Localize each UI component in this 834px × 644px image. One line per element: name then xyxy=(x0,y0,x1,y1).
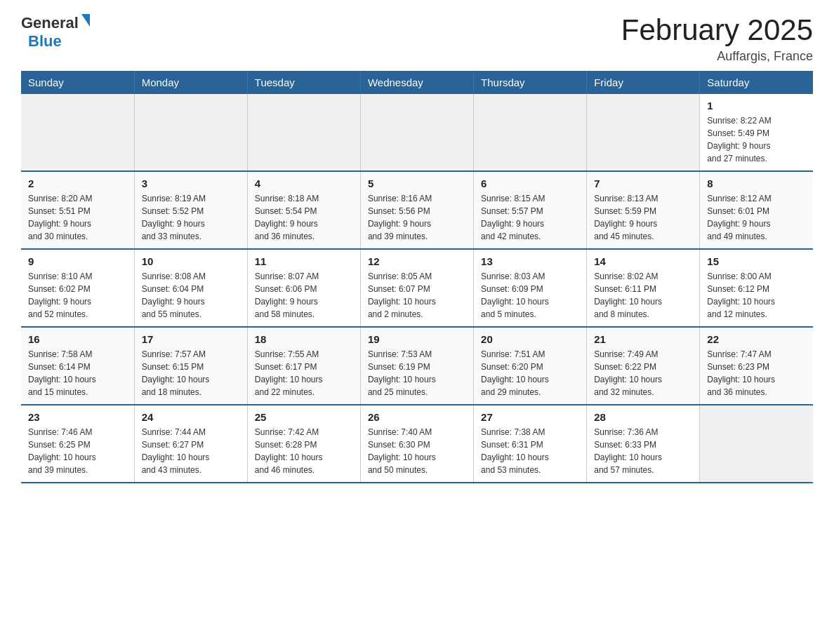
calendar-cell xyxy=(700,405,813,483)
logo-blue-text: Blue xyxy=(28,32,62,51)
calendar-table: Sunday Monday Tuesday Wednesday Thursday… xyxy=(21,71,813,483)
day-number: 18 xyxy=(255,333,353,345)
header-thursday: Thursday xyxy=(474,71,587,94)
calendar-cell: 27Sunrise: 7:38 AMSunset: 6:31 PMDayligh… xyxy=(474,405,587,483)
day-info: Sunrise: 7:36 AMSunset: 6:33 PMDaylight:… xyxy=(594,426,692,476)
calendar-cell xyxy=(587,94,700,171)
calendar-cell: 18Sunrise: 7:55 AMSunset: 6:17 PMDayligh… xyxy=(247,327,360,405)
logo: General Blue xyxy=(21,14,90,51)
day-number: 8 xyxy=(707,177,806,189)
calendar-cell: 8Sunrise: 8:12 AMSunset: 6:01 PMDaylight… xyxy=(700,171,813,249)
day-info: Sunrise: 8:20 AMSunset: 5:51 PMDaylight:… xyxy=(28,192,127,243)
calendar-cell xyxy=(21,94,134,171)
day-number: 3 xyxy=(142,177,240,189)
day-number: 24 xyxy=(142,411,240,423)
calendar-cell: 1Sunrise: 8:22 AMSunset: 5:49 PMDaylight… xyxy=(700,94,813,171)
calendar-body: 1Sunrise: 8:22 AMSunset: 5:49 PMDaylight… xyxy=(21,94,813,483)
day-number: 2 xyxy=(28,177,127,189)
day-number: 4 xyxy=(255,177,353,189)
header-friday: Friday xyxy=(587,71,700,94)
day-number: 10 xyxy=(142,255,240,267)
day-info: Sunrise: 8:15 AMSunset: 5:57 PMDaylight:… xyxy=(481,192,579,243)
calendar-cell: 10Sunrise: 8:08 AMSunset: 6:04 PMDayligh… xyxy=(134,249,247,327)
day-number: 25 xyxy=(255,411,353,423)
calendar-cell: 2Sunrise: 8:20 AMSunset: 5:51 PMDaylight… xyxy=(21,171,134,249)
day-info: Sunrise: 7:40 AMSunset: 6:30 PMDaylight:… xyxy=(368,426,466,476)
day-number: 12 xyxy=(368,255,466,267)
header-sunday: Sunday xyxy=(21,71,134,94)
day-number: 19 xyxy=(368,333,466,345)
day-info: Sunrise: 8:12 AMSunset: 6:01 PMDaylight:… xyxy=(707,192,806,243)
day-number: 1 xyxy=(707,100,806,112)
day-info: Sunrise: 7:58 AMSunset: 6:14 PMDaylight:… xyxy=(28,348,127,398)
day-number: 17 xyxy=(142,333,240,345)
calendar-cell: 19Sunrise: 7:53 AMSunset: 6:19 PMDayligh… xyxy=(360,327,473,405)
calendar-cell: 20Sunrise: 7:51 AMSunset: 6:20 PMDayligh… xyxy=(474,327,587,405)
day-info: Sunrise: 7:49 AMSunset: 6:22 PMDaylight:… xyxy=(594,348,692,398)
day-info: Sunrise: 7:42 AMSunset: 6:28 PMDaylight:… xyxy=(255,426,353,476)
calendar-cell: 16Sunrise: 7:58 AMSunset: 6:14 PMDayligh… xyxy=(21,327,134,405)
day-info: Sunrise: 8:05 AMSunset: 6:07 PMDaylight:… xyxy=(368,270,466,321)
day-info: Sunrise: 8:00 AMSunset: 6:12 PMDaylight:… xyxy=(707,270,806,321)
calendar-cell xyxy=(474,94,587,171)
day-info: Sunrise: 7:55 AMSunset: 6:17 PMDaylight:… xyxy=(255,348,353,398)
month-title: February 2025 xyxy=(621,14,813,46)
day-number: 20 xyxy=(481,333,579,345)
day-info: Sunrise: 7:46 AMSunset: 6:25 PMDaylight:… xyxy=(28,426,127,476)
day-info: Sunrise: 8:22 AMSunset: 5:49 PMDaylight:… xyxy=(707,114,806,165)
day-info: Sunrise: 8:03 AMSunset: 6:09 PMDaylight:… xyxy=(481,270,579,321)
header-saturday: Saturday xyxy=(700,71,813,94)
header-row: Sunday Monday Tuesday Wednesday Thursday… xyxy=(21,71,813,94)
day-number: 9 xyxy=(28,255,127,267)
day-info: Sunrise: 8:13 AMSunset: 5:59 PMDaylight:… xyxy=(594,192,692,243)
title-area: February 2025 Auffargis, France xyxy=(621,14,813,64)
calendar-cell: 17Sunrise: 7:57 AMSunset: 6:15 PMDayligh… xyxy=(134,327,247,405)
calendar-cell: 6Sunrise: 8:15 AMSunset: 5:57 PMDaylight… xyxy=(474,171,587,249)
calendar-cell xyxy=(247,94,360,171)
day-number: 15 xyxy=(707,255,806,267)
calendar-cell: 11Sunrise: 8:07 AMSunset: 6:06 PMDayligh… xyxy=(247,249,360,327)
day-info: Sunrise: 8:07 AMSunset: 6:06 PMDaylight:… xyxy=(255,270,353,321)
calendar-cell: 22Sunrise: 7:47 AMSunset: 6:23 PMDayligh… xyxy=(700,327,813,405)
calendar-header: Sunday Monday Tuesday Wednesday Thursday… xyxy=(21,71,813,94)
calendar-cell: 3Sunrise: 8:19 AMSunset: 5:52 PMDaylight… xyxy=(134,171,247,249)
day-number: 5 xyxy=(368,177,466,189)
calendar-cell xyxy=(360,94,473,171)
day-number: 28 xyxy=(594,411,692,423)
calendar-cell: 21Sunrise: 7:49 AMSunset: 6:22 PMDayligh… xyxy=(587,327,700,405)
day-info: Sunrise: 7:44 AMSunset: 6:27 PMDaylight:… xyxy=(142,426,240,476)
day-info: Sunrise: 8:19 AMSunset: 5:52 PMDaylight:… xyxy=(142,192,240,243)
day-number: 21 xyxy=(594,333,692,345)
calendar-week-3: 9Sunrise: 8:10 AMSunset: 6:02 PMDaylight… xyxy=(21,249,813,327)
calendar-cell: 26Sunrise: 7:40 AMSunset: 6:30 PMDayligh… xyxy=(360,405,473,483)
header-wednesday: Wednesday xyxy=(360,71,473,94)
calendar-cell: 13Sunrise: 8:03 AMSunset: 6:09 PMDayligh… xyxy=(474,249,587,327)
calendar-week-1: 1Sunrise: 8:22 AMSunset: 5:49 PMDaylight… xyxy=(21,94,813,171)
calendar-cell: 24Sunrise: 7:44 AMSunset: 6:27 PMDayligh… xyxy=(134,405,247,483)
calendar-cell: 4Sunrise: 8:18 AMSunset: 5:54 PMDaylight… xyxy=(247,171,360,249)
calendar-cell: 12Sunrise: 8:05 AMSunset: 6:07 PMDayligh… xyxy=(360,249,473,327)
logo-general-text: General xyxy=(21,14,79,32)
location-subtitle: Auffargis, France xyxy=(621,49,813,64)
day-info: Sunrise: 7:57 AMSunset: 6:15 PMDaylight:… xyxy=(142,348,240,398)
calendar-cell: 9Sunrise: 8:10 AMSunset: 6:02 PMDaylight… xyxy=(21,249,134,327)
day-info: Sunrise: 7:47 AMSunset: 6:23 PMDaylight:… xyxy=(707,348,806,398)
day-number: 22 xyxy=(707,333,806,345)
day-number: 23 xyxy=(28,411,127,423)
calendar-cell: 23Sunrise: 7:46 AMSunset: 6:25 PMDayligh… xyxy=(21,405,134,483)
day-number: 26 xyxy=(368,411,466,423)
calendar-week-4: 16Sunrise: 7:58 AMSunset: 6:14 PMDayligh… xyxy=(21,327,813,405)
logo-triangle-icon xyxy=(81,14,90,27)
day-info: Sunrise: 8:08 AMSunset: 6:04 PMDaylight:… xyxy=(142,270,240,321)
calendar-cell: 7Sunrise: 8:13 AMSunset: 5:59 PMDaylight… xyxy=(587,171,700,249)
day-info: Sunrise: 7:51 AMSunset: 6:20 PMDaylight:… xyxy=(481,348,579,398)
day-number: 7 xyxy=(594,177,692,189)
day-number: 11 xyxy=(255,255,353,267)
calendar-cell: 15Sunrise: 8:00 AMSunset: 6:12 PMDayligh… xyxy=(700,249,813,327)
day-info: Sunrise: 8:18 AMSunset: 5:54 PMDaylight:… xyxy=(255,192,353,243)
calendar-cell xyxy=(134,94,247,171)
day-info: Sunrise: 8:10 AMSunset: 6:02 PMDaylight:… xyxy=(28,270,127,321)
header-monday: Monday xyxy=(134,71,247,94)
day-number: 14 xyxy=(594,255,692,267)
page-header: General Blue February 2025 Auffargis, Fr… xyxy=(21,14,813,64)
